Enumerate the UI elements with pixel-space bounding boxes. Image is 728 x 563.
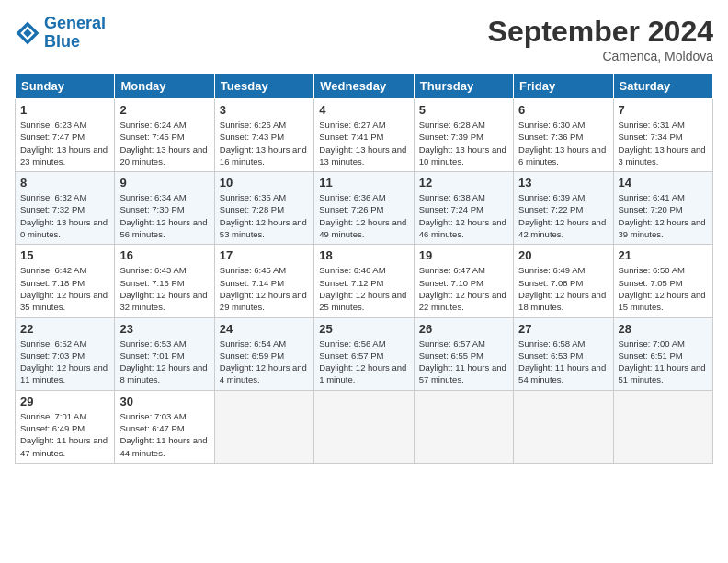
- day-number: 22: [20, 322, 109, 336]
- table-cell: 19Sunrise: 6:47 AMSunset: 7:10 PMDayligh…: [414, 245, 513, 317]
- table-cell: 15Sunrise: 6:42 AMSunset: 7:18 PMDayligh…: [16, 245, 115, 317]
- day-info: Sunrise: 6:50 AMSunset: 7:05 PMDaylight:…: [619, 264, 708, 313]
- table-cell: 7Sunrise: 6:31 AMSunset: 7:34 PMDaylight…: [613, 99, 712, 172]
- day-number: 5: [419, 103, 508, 117]
- day-info: Sunrise: 6:52 AMSunset: 7:03 PMDaylight:…: [20, 338, 109, 386]
- day-number: 28: [619, 322, 708, 336]
- col-thursday: Thursday: [414, 74, 513, 99]
- table-cell: 2Sunrise: 6:24 AMSunset: 7:45 PMDaylight…: [115, 99, 214, 172]
- table-cell: 12Sunrise: 6:38 AMSunset: 7:24 PMDayligh…: [414, 172, 513, 245]
- day-info: Sunrise: 6:47 AMSunset: 7:10 PMDaylight:…: [419, 264, 508, 313]
- day-number: 7: [619, 103, 708, 117]
- day-info: Sunrise: 7:00 AMSunset: 6:51 PMDaylight:…: [619, 338, 708, 386]
- col-wednesday: Wednesday: [314, 74, 414, 99]
- day-number: 4: [319, 103, 408, 117]
- day-info: Sunrise: 6:34 AMSunset: 7:30 PMDaylight:…: [119, 191, 209, 240]
- col-saturday: Saturday: [613, 74, 712, 99]
- day-number: 12: [419, 176, 508, 190]
- table-cell: 26Sunrise: 6:57 AMSunset: 6:55 PMDayligh…: [414, 317, 513, 390]
- day-number: 23: [119, 322, 209, 336]
- table-cell: 8Sunrise: 6:32 AMSunset: 7:32 PMDaylight…: [16, 172, 115, 245]
- day-number: 30: [119, 395, 209, 408]
- table-cell: 22Sunrise: 6:52 AMSunset: 7:03 PMDayligh…: [16, 317, 115, 390]
- day-number: 20: [518, 248, 608, 262]
- header: General Blue September 2024 Camenca, Mol…: [15, 15, 713, 63]
- day-number: 14: [619, 176, 708, 190]
- day-number: 17: [220, 248, 309, 262]
- day-info: Sunrise: 6:32 AMSunset: 7:32 PMDaylight:…: [20, 191, 109, 240]
- day-number: 8: [20, 176, 109, 190]
- logo-text: General Blue: [44, 15, 106, 52]
- table-cell: 9Sunrise: 6:34 AMSunset: 7:30 PMDaylight…: [115, 172, 214, 245]
- day-number: 26: [419, 322, 508, 336]
- day-number: 24: [220, 322, 309, 336]
- table-cell: 10Sunrise: 6:35 AMSunset: 7:28 PMDayligh…: [214, 172, 313, 245]
- table-cell: 6Sunrise: 6:30 AMSunset: 7:36 PMDaylight…: [514, 99, 613, 172]
- day-info: Sunrise: 6:38 AMSunset: 7:24 PMDaylight:…: [419, 191, 508, 240]
- table-cell: 13Sunrise: 6:39 AMSunset: 7:22 PMDayligh…: [514, 172, 613, 245]
- day-number: 18: [319, 248, 408, 262]
- table-row: 1Sunrise: 6:23 AMSunset: 7:47 PMDaylight…: [16, 99, 713, 172]
- table-cell: 28Sunrise: 7:00 AMSunset: 6:51 PMDayligh…: [613, 317, 712, 390]
- col-sunday: Sunday: [16, 74, 115, 99]
- table-cell: 27Sunrise: 6:58 AMSunset: 6:53 PMDayligh…: [514, 317, 613, 390]
- table-cell: 3Sunrise: 6:26 AMSunset: 7:43 PMDaylight…: [214, 99, 313, 172]
- day-info: Sunrise: 6:23 AMSunset: 7:47 PMDaylight:…: [20, 119, 109, 167]
- day-number: 10: [220, 176, 309, 190]
- table-cell: 11Sunrise: 6:36 AMSunset: 7:26 PMDayligh…: [314, 172, 414, 245]
- day-info: Sunrise: 6:49 AMSunset: 7:08 PMDaylight:…: [518, 264, 608, 313]
- day-info: Sunrise: 6:57 AMSunset: 6:55 PMDaylight:…: [419, 338, 508, 386]
- day-number: 25: [319, 322, 408, 336]
- day-number: 15: [20, 248, 109, 262]
- day-info: Sunrise: 7:01 AMSunset: 6:49 PMDaylight:…: [20, 410, 109, 459]
- main-container: General Blue September 2024 Camenca, Mol…: [0, 0, 728, 471]
- day-info: Sunrise: 6:56 AMSunset: 6:57 PMDaylight:…: [319, 338, 408, 386]
- col-monday: Monday: [115, 74, 214, 99]
- calendar-table: Sunday Monday Tuesday Wednesday Thursday…: [15, 73, 713, 464]
- table-cell: 14Sunrise: 6:41 AMSunset: 7:20 PMDayligh…: [613, 172, 712, 245]
- day-number: 29: [20, 395, 109, 408]
- header-row: Sunday Monday Tuesday Wednesday Thursday…: [16, 74, 713, 99]
- col-friday: Friday: [514, 74, 613, 99]
- table-cell: 5Sunrise: 6:28 AMSunset: 7:39 PMDaylight…: [414, 99, 513, 172]
- day-info: Sunrise: 6:41 AMSunset: 7:20 PMDaylight:…: [619, 191, 708, 240]
- day-info: Sunrise: 6:45 AMSunset: 7:14 PMDaylight:…: [220, 264, 309, 313]
- day-info: Sunrise: 6:54 AMSunset: 6:59 PMDaylight:…: [220, 338, 309, 386]
- day-number: 3: [220, 103, 309, 117]
- day-info: Sunrise: 6:24 AMSunset: 7:45 PMDaylight:…: [119, 119, 209, 167]
- day-info: Sunrise: 7:03 AMSunset: 6:47 PMDaylight:…: [119, 410, 209, 459]
- title-area: September 2024 Camenca, Moldova: [488, 15, 713, 63]
- day-number: 6: [518, 103, 608, 117]
- day-number: 11: [319, 176, 408, 190]
- day-info: Sunrise: 6:31 AMSunset: 7:34 PMDaylight:…: [619, 119, 708, 167]
- day-info: Sunrise: 6:30 AMSunset: 7:36 PMDaylight:…: [518, 119, 608, 167]
- logo-icon: [15, 20, 40, 46]
- table-row: 29Sunrise: 7:01 AMSunset: 6:49 PMDayligh…: [16, 390, 713, 463]
- day-info: Sunrise: 6:35 AMSunset: 7:28 PMDaylight:…: [220, 191, 309, 240]
- table-cell: [414, 390, 513, 463]
- month-title: September 2024: [488, 15, 713, 49]
- day-info: Sunrise: 6:26 AMSunset: 7:43 PMDaylight:…: [220, 119, 309, 167]
- day-info: Sunrise: 6:53 AMSunset: 7:01 PMDaylight:…: [119, 338, 209, 386]
- logo-general: General: [44, 14, 106, 32]
- day-info: Sunrise: 6:58 AMSunset: 6:53 PMDaylight:…: [518, 338, 608, 386]
- table-cell: 1Sunrise: 6:23 AMSunset: 7:47 PMDaylight…: [16, 99, 115, 172]
- day-number: 21: [619, 248, 708, 262]
- logo: General Blue: [15, 15, 106, 52]
- table-row: 22Sunrise: 6:52 AMSunset: 7:03 PMDayligh…: [16, 317, 713, 390]
- table-cell: 29Sunrise: 7:01 AMSunset: 6:49 PMDayligh…: [16, 390, 115, 463]
- day-info: Sunrise: 6:27 AMSunset: 7:41 PMDaylight:…: [319, 119, 408, 167]
- day-number: 9: [119, 176, 209, 190]
- logo-blue: Blue: [44, 32, 80, 51]
- table-cell: 30Sunrise: 7:03 AMSunset: 6:47 PMDayligh…: [115, 390, 214, 463]
- table-row: 15Sunrise: 6:42 AMSunset: 7:18 PMDayligh…: [16, 245, 713, 317]
- day-info: Sunrise: 6:42 AMSunset: 7:18 PMDaylight:…: [20, 264, 109, 313]
- day-number: 1: [20, 103, 109, 117]
- day-number: 16: [119, 248, 209, 262]
- day-info: Sunrise: 6:28 AMSunset: 7:39 PMDaylight:…: [419, 119, 508, 167]
- day-number: 2: [119, 103, 209, 117]
- table-cell: [214, 390, 313, 463]
- location: Camenca, Moldova: [488, 49, 713, 63]
- table-cell: [314, 390, 414, 463]
- table-cell: 4Sunrise: 6:27 AMSunset: 7:41 PMDaylight…: [314, 99, 414, 172]
